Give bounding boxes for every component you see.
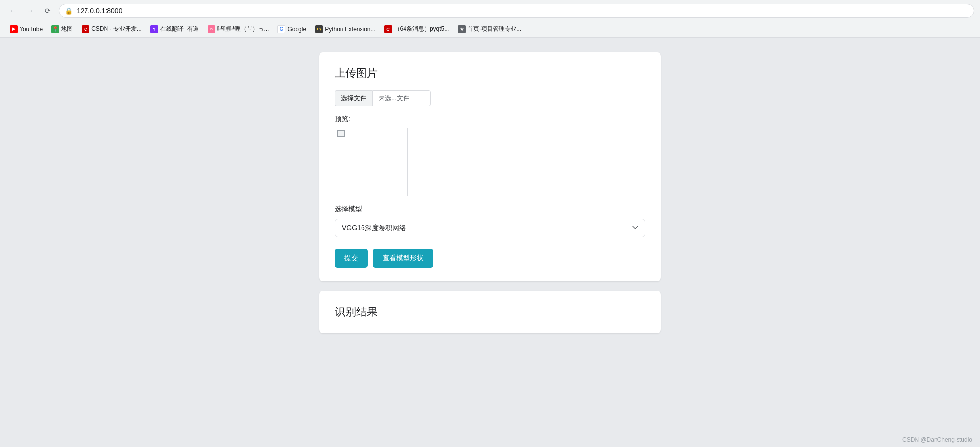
model-label: 选择模型 — [335, 205, 645, 214]
back-button[interactable]: ← — [6, 4, 20, 18]
bookmark-label-pyqt: （64条消息）pyqt5... — [394, 25, 449, 33]
browser-chrome: ← → ⟳ 🔒 127.0.0.1:8000 ▶YouTube📍地图CCSDN … — [0, 0, 980, 38]
bookmarks-bar: ▶YouTube📍地图CCSDN - 专业开发...Y在线翻译_有道b哔哩哔哩（… — [0, 22, 980, 37]
lock-icon: 🔒 — [65, 7, 73, 15]
bookmark-favicon-bilibili: b — [208, 25, 215, 33]
submit-button[interactable]: 提交 — [335, 249, 368, 268]
bookmark-favicon-maps: 📍 — [51, 25, 59, 33]
upload-title: 上传图片 — [335, 66, 645, 81]
bookmark-favicon-python: Py — [315, 25, 323, 33]
browser-toolbar: ← → ⟳ 🔒 127.0.0.1:8000 — [0, 0, 980, 22]
bookmark-label-csdn: CSDN - 专业开发... — [91, 25, 142, 33]
preview-label: 预览: — [335, 115, 645, 124]
broken-image-icon — [337, 130, 345, 137]
file-name-display: 未选...文件 — [372, 90, 431, 106]
bookmark-youtube[interactable]: ▶YouTube — [6, 24, 46, 35]
bookmark-google[interactable]: GGoogle — [274, 24, 310, 35]
bookmark-pyqt[interactable]: C（64条消息）pyqt5... — [381, 23, 453, 35]
view-model-button[interactable]: 查看模型形状 — [373, 249, 433, 268]
address-bar[interactable]: 🔒 127.0.0.1:8000 — [59, 4, 974, 18]
bookmark-label-youtube: YouTube — [20, 26, 43, 33]
bookmark-favicon-csdn: C — [82, 25, 89, 33]
bookmark-label-bilibili: 哔哩哔哩（ '-'）っ... — [217, 25, 269, 33]
bookmark-label-python: Python Extension... — [325, 26, 375, 33]
bookmark-favicon-youtube: ▶ — [10, 25, 18, 33]
choose-file-button[interactable]: 选择文件 — [335, 90, 372, 106]
results-card: 识别结果 — [319, 291, 661, 333]
bookmark-bilibili[interactable]: b哔哩哔哩（ '-'）っ... — [204, 23, 273, 35]
bookmark-label-google: Google — [287, 26, 306, 33]
bookmark-favicon-home: ★ — [458, 25, 466, 33]
file-input-row: 选择文件 未选...文件 — [335, 90, 645, 106]
address-text: 127.0.0.1:8000 — [77, 7, 968, 15]
forward-button[interactable]: → — [23, 4, 37, 18]
bookmark-home[interactable]: ★首页-项目管理专业... — [454, 23, 525, 35]
upload-card: 上传图片 选择文件 未选...文件 预览: 选择模型 VGG16深度卷积网络Re… — [319, 52, 661, 281]
results-title: 识别结果 — [335, 305, 645, 319]
bookmark-youdao[interactable]: Y在线翻译_有道 — [147, 23, 203, 35]
button-row: 提交 查看模型形状 — [335, 249, 645, 268]
bookmark-favicon-youdao: Y — [150, 25, 158, 33]
bookmark-label-home: 首页-项目管理专业... — [468, 25, 521, 33]
preview-box — [335, 128, 408, 196]
bookmark-csdn[interactable]: CCSDN - 专业开发... — [78, 23, 146, 35]
bookmark-favicon-pyqt: C — [384, 25, 392, 33]
page-content: 上传图片 选择文件 未选...文件 预览: 选择模型 VGG16深度卷积网络Re… — [0, 38, 980, 447]
bookmark-label-maps: 地图 — [61, 25, 73, 33]
bookmark-label-youdao: 在线翻译_有道 — [160, 25, 199, 33]
model-select[interactable]: VGG16深度卷积网络ResNet残差网络MobileNet轻量网络 — [335, 219, 645, 237]
reload-button[interactable]: ⟳ — [41, 4, 55, 18]
bookmark-maps[interactable]: 📍地图 — [47, 23, 77, 35]
bookmark-favicon-google: G — [277, 25, 285, 33]
footer-watermark: CSDN @DanCheng-studio — [902, 436, 972, 443]
bookmark-python[interactable]: PyPython Extension... — [311, 24, 379, 35]
